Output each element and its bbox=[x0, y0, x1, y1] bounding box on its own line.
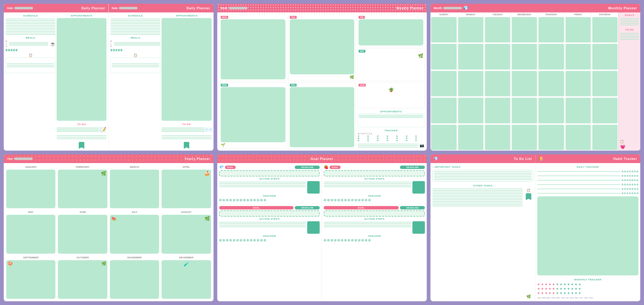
deadline-pill-1: DEADLINE bbox=[295, 166, 320, 169]
line bbox=[7, 67, 54, 67]
col-saturday: SATURDAY bbox=[592, 12, 618, 151]
month-name-jun: JUNE bbox=[58, 211, 107, 214]
tracker-dot bbox=[634, 175, 636, 177]
col-header-friday: FRIDAY bbox=[565, 12, 591, 16]
month-row bbox=[566, 125, 591, 150]
star-icon-teal: ★ bbox=[556, 287, 559, 290]
line bbox=[620, 21, 639, 22]
star-icon-teal: ★ bbox=[571, 287, 574, 290]
month-row bbox=[485, 125, 510, 150]
line bbox=[110, 33, 160, 33]
line bbox=[219, 223, 306, 224]
star-icon: ★ bbox=[541, 283, 544, 286]
tracker-dot bbox=[637, 184, 638, 185]
day-tag-mon: MON bbox=[221, 16, 228, 19]
tracker-dot bbox=[629, 184, 631, 185]
line bbox=[358, 145, 418, 146]
day-wed: WED 🌱 bbox=[219, 82, 287, 149]
yearly-header: Year Yearly Planner bbox=[4, 154, 214, 163]
habit-title: Habit Tracker bbox=[613, 157, 637, 161]
tracker-dot bbox=[253, 239, 256, 242]
line bbox=[324, 182, 411, 182]
col-header-saturday: SATURDAY bbox=[592, 12, 618, 16]
goal-layout: 💎 GOAL DEADLINE ACTION STEPS bbox=[217, 163, 427, 301]
line bbox=[9, 45, 48, 45]
todo-header: 💎 To Do List bbox=[430, 154, 535, 163]
line bbox=[434, 178, 532, 178]
col-header-wednesday: WEDNESDAY bbox=[511, 12, 538, 16]
line bbox=[324, 227, 411, 227]
line bbox=[434, 179, 532, 180]
line bbox=[112, 63, 159, 64]
line bbox=[620, 23, 639, 24]
cal-dot bbox=[377, 138, 378, 139]
star-icon-teal: ★ bbox=[556, 291, 559, 295]
weekly-title: Weekly Planner bbox=[397, 7, 424, 10]
month-name-feb: FEBRUARY bbox=[58, 166, 107, 168]
habit-line bbox=[537, 189, 620, 189]
monthly-tracker-label: MONTHLY TRACKER bbox=[537, 278, 638, 281]
star-icon: ★ bbox=[552, 291, 555, 295]
cal-dot bbox=[396, 138, 398, 139]
month-row bbox=[458, 125, 483, 150]
deadline-pill-3: DEADLINE bbox=[400, 166, 425, 169]
month-row bbox=[538, 71, 564, 96]
other-tasks-label: OTHER TASKS bbox=[432, 184, 533, 187]
month-row bbox=[592, 125, 618, 150]
month-box-aug: 🌿 bbox=[162, 215, 211, 253]
tracker-dot bbox=[257, 239, 259, 242]
month-october: OCTOBER 🌿 bbox=[58, 256, 107, 299]
tracker-dot bbox=[624, 175, 626, 177]
star-icon-teal: ★ bbox=[578, 291, 581, 295]
line bbox=[324, 222, 411, 223]
month-february: FEBRUARY 🌿 bbox=[58, 166, 107, 208]
star-icon-teal: ★ bbox=[578, 287, 581, 290]
line bbox=[57, 128, 100, 128]
month-row bbox=[592, 17, 618, 43]
tracker-dot bbox=[250, 199, 252, 201]
line bbox=[57, 130, 100, 131]
tracker-dot bbox=[358, 199, 360, 201]
date-label-1: Date bbox=[7, 7, 13, 10]
tracker-dot bbox=[622, 184, 623, 185]
tracker-label-goal-1: TRACKER bbox=[219, 195, 320, 197]
line bbox=[110, 31, 160, 32]
month-abbr: AUG bbox=[570, 297, 574, 299]
water-drop bbox=[120, 49, 122, 51]
month-row bbox=[485, 71, 510, 96]
star-icon: ★ bbox=[545, 287, 548, 290]
tracker-dot bbox=[243, 239, 246, 242]
tracker-label-goal-3: TRACKER bbox=[324, 195, 425, 197]
month-row bbox=[566, 44, 591, 69]
cal-dot bbox=[358, 135, 359, 137]
deadline-pill-2: DEADLINE bbox=[295, 206, 320, 209]
line bbox=[9, 42, 48, 43]
important-tasks-box bbox=[432, 170, 533, 181]
col-wednesday: WEDNESDAY bbox=[511, 12, 538, 151]
star-icon-teal: ★ bbox=[567, 291, 570, 295]
cal-dot bbox=[406, 138, 407, 139]
star-icon-teal: ★ bbox=[575, 283, 577, 286]
tracker-dot bbox=[632, 171, 633, 172]
line bbox=[434, 173, 532, 174]
tracker-dot bbox=[634, 184, 636, 185]
month-box-oct: 🌿 bbox=[58, 260, 107, 299]
habit-header: 📔 Habit Tracker bbox=[535, 154, 640, 163]
col-sunday: SUNDAY bbox=[430, 12, 457, 151]
line bbox=[110, 28, 160, 29]
water-drop bbox=[13, 49, 15, 51]
tracker-dot bbox=[348, 199, 350, 201]
month-row bbox=[431, 71, 456, 96]
star-icon-teal: ★ bbox=[563, 291, 566, 295]
line bbox=[434, 175, 532, 175]
cal-dot bbox=[387, 135, 388, 137]
month-row bbox=[431, 125, 456, 150]
tracker-dot bbox=[236, 199, 239, 201]
line bbox=[324, 186, 411, 187]
weekly-header: Week Weekly Planner bbox=[217, 4, 427, 12]
month-row bbox=[538, 44, 564, 69]
weekly-card: Week Weekly Planner MON TUE 🌿 FRI SAT 🌿 bbox=[217, 4, 427, 151]
habit-line bbox=[537, 193, 620, 194]
day-tag-tue: TUE bbox=[290, 16, 297, 19]
line bbox=[6, 23, 55, 24]
